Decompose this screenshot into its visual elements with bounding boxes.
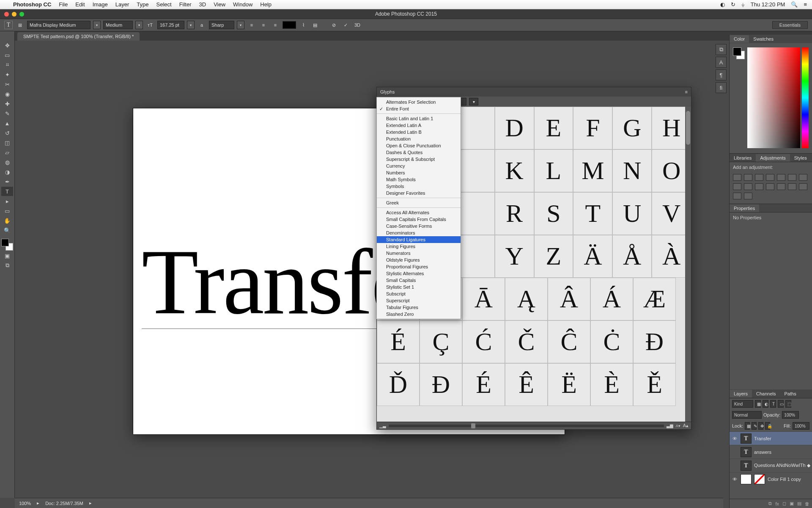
dodge-tool[interactable]: ◑ [1,167,13,177]
adj-vibrance-icon[interactable] [777,174,785,181]
layer-fx-icon[interactable]: fx [775,501,779,506]
adj-gradientmap-icon[interactable] [733,193,741,199]
glyph-menu-item[interactable]: Currency [377,163,461,169]
glyph-size-smaller-icon[interactable]: A▾ [676,424,680,428]
wifi-icon[interactable]: ⏚ [741,1,745,8]
delete-layer-icon[interactable]: 🗑 [805,501,809,506]
glyph-size-larger-icon[interactable]: A▴ [683,423,689,428]
layer-name[interactable]: Questions ANdNoWwITh ◆ [754,463,810,468]
commit-edits-icon[interactable]: ✓ [341,20,350,30]
glyph-menu-item[interactable]: Oldstyle Figures [377,257,461,263]
fill-field[interactable]: 100% [793,422,809,430]
adj-colorlookup-icon[interactable] [766,183,774,190]
tab-channels[interactable]: Channels [752,390,780,398]
paragraph-panel-collapsed-icon[interactable]: ¶ [716,69,727,80]
gradient-tool[interactable]: ▱ [1,148,13,157]
font-family-field[interactable]: Mafra Display Medium [27,21,91,29]
screenmode-icon[interactable]: ⧉ [1,261,13,270]
tab-color[interactable]: Color [730,35,749,43]
new-layer-icon[interactable]: ▤ [797,501,801,506]
layer-thumbnail[interactable] [741,474,752,484]
glyph-menu-item[interactable]: Symbols [377,183,461,190]
sync-icon[interactable]: ◐ [720,1,725,8]
glyph-menu-item[interactable]: Entire Font [377,105,461,112]
glyph-cell[interactable]: D [495,107,534,149]
glyph-menu-item[interactable]: Small Capitals [377,277,461,284]
glyph-menu-item[interactable]: Open & Close Punctuation [377,142,461,149]
glyph-cell[interactable]: S [534,192,573,235]
menu-edit[interactable]: Edit [71,1,88,8]
text-color-swatch[interactable] [283,21,296,29]
glyph-cell[interactable]: Y [495,235,534,278]
glyph-cell[interactable]: L [534,149,573,192]
glyph-cell[interactable]: È [590,363,633,406]
glyph-zoom-slider[interactable] [389,425,664,427]
font-size-dropdown[interactable]: ▾ [187,21,195,29]
adj-channelmixer-icon[interactable] [755,183,763,190]
align-center-icon[interactable]: ≡ [259,20,268,30]
glyph-cell[interactable]: Ë [548,363,590,406]
menu-filter[interactable]: Filter [176,1,195,8]
lock-transparent-icon[interactable]: ▦ [745,422,750,430]
eraser-tool[interactable]: ◫ [1,138,13,147]
glyph-cell[interactable] [455,235,495,278]
path-select-tool[interactable]: ▸ [1,196,13,206]
glyph-menu-item[interactable]: Extended Latin B [377,129,461,135]
glyph-menu-item[interactable]: Punctuation [377,135,461,142]
glyph-menu-item[interactable]: Stylistic Set 1 [377,284,461,290]
move-tool[interactable]: ✥ [1,41,13,50]
adj-photofilter-icon[interactable] [744,183,752,190]
glyph-cell[interactable]: Ç [420,320,462,363]
glyph-menu-item[interactable]: Denominators [377,229,461,236]
menu-layer[interactable]: Layer [112,1,133,8]
crop-tool[interactable]: ✂ [1,80,13,89]
workspace-switcher[interactable]: Essentials [772,21,808,29]
glyph-menu-item[interactable]: Tabular Figures [377,304,461,311]
glyph-font-dropdown[interactable]: ▾ [469,98,478,105]
layer-thumbnail[interactable]: T [741,447,752,457]
glyph-menu-item[interactable]: Designer Favorites [377,190,461,196]
glyph-cell[interactable]: Ě [633,363,676,406]
glyph-cell[interactable] [455,192,495,235]
adj-threshold-icon[interactable] [799,183,807,190]
glyph-cell[interactable]: Ê [505,363,548,406]
tab-styles[interactable]: Styles [790,154,811,162]
glyph-cell[interactable]: É [377,320,420,363]
zoom-tool[interactable]: 🔍 [1,226,13,235]
adj-levels-icon[interactable] [744,174,752,181]
glyph-menu-item[interactable]: Access All Alternates [377,209,461,216]
adj-invert-icon[interactable] [777,183,785,190]
glyph-cell[interactable]: Ą [505,278,548,320]
menu-file[interactable]: File [55,1,71,8]
tab-properties[interactable]: Properties [730,204,759,212]
cancel-edits-icon[interactable]: ⊘ [329,20,338,30]
layer-filter-kind[interactable]: Kind [732,400,753,408]
glyph-menu-item[interactable]: Extended Latin A [377,122,461,129]
minimize-window-button[interactable] [12,12,16,17]
glyph-menu-item[interactable]: Numerators [377,250,461,257]
tab-layers[interactable]: Layers [730,390,752,398]
glyph-cell[interactable]: Z [534,235,573,278]
adj-exposure-icon[interactable] [766,174,774,181]
hue-slider[interactable] [802,47,809,148]
adj-selectivecolor-icon[interactable] [744,193,752,199]
blur-tool[interactable]: ◍ [1,157,13,167]
adj-brightness-icon[interactable] [733,174,741,181]
glyph-cell[interactable]: Ä [573,235,612,278]
close-window-button[interactable] [4,12,9,17]
adj-posterize-icon[interactable] [788,183,796,190]
menu-icon[interactable]: ≡ [804,1,807,8]
menu-view[interactable]: View [210,1,229,8]
lasso-tool[interactable]: ⌗ [1,60,13,69]
color-spectrum[interactable] [747,47,800,148]
marquee-tool[interactable]: ▭ [1,50,13,60]
glyph-menu-item[interactable]: Proportional Figures [377,263,461,270]
menu-window[interactable]: Window [229,1,256,8]
glyph-cell[interactable] [455,107,495,149]
glyph-cell[interactable]: Ā [462,278,505,320]
glyph-menu-item[interactable]: Numbers [377,169,461,176]
character-panel-collapsed-icon[interactable]: A [716,57,727,68]
glyph-cell[interactable]: Å [612,235,652,278]
tab-paths[interactable]: Paths [780,390,801,398]
glyph-cell[interactable]: Ď [377,363,420,406]
